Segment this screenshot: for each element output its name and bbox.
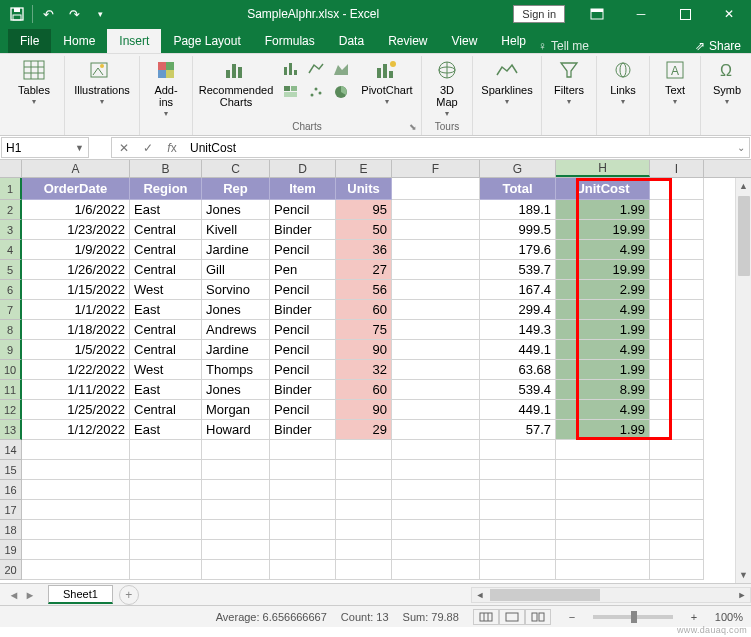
line-chart-icon[interactable] bbox=[304, 58, 328, 80]
maximize-icon[interactable] bbox=[663, 0, 707, 28]
cell[interactable] bbox=[650, 520, 704, 540]
cell[interactable]: West bbox=[130, 280, 202, 300]
cell[interactable]: Sorvino bbox=[202, 280, 270, 300]
cell[interactable]: 4.99 bbox=[556, 400, 650, 420]
rowhead[interactable]: 7 bbox=[0, 300, 22, 320]
name-box[interactable]: H1▼ bbox=[1, 137, 89, 158]
cell[interactable]: Item bbox=[270, 178, 336, 200]
scroll-down-icon[interactable]: ▼ bbox=[736, 567, 751, 583]
cell[interactable] bbox=[480, 540, 556, 560]
cell[interactable] bbox=[650, 560, 704, 580]
rowhead[interactable]: 17 bbox=[0, 500, 22, 520]
rowhead[interactable]: 10 bbox=[0, 360, 22, 380]
cell[interactable]: Pencil bbox=[270, 240, 336, 260]
cell[interactable]: 1.99 bbox=[556, 420, 650, 440]
sheet-tab[interactable]: Sheet1 bbox=[48, 585, 113, 604]
cell[interactable] bbox=[130, 480, 202, 500]
cell[interactable]: 90 bbox=[336, 340, 392, 360]
cell[interactable]: 60 bbox=[336, 380, 392, 400]
rowhead[interactable]: 19 bbox=[0, 540, 22, 560]
cell[interactable]: 1.99 bbox=[556, 320, 650, 340]
cell[interactable]: 2.99 bbox=[556, 280, 650, 300]
pie-chart-icon[interactable] bbox=[329, 81, 353, 103]
save-icon[interactable] bbox=[4, 0, 30, 28]
spreadsheet-grid[interactable]: A B C D E F G H I 1OrderDateRegionRepIte… bbox=[0, 160, 751, 583]
colhead-H[interactable]: H bbox=[556, 160, 650, 177]
cell[interactable] bbox=[22, 520, 130, 540]
cell[interactable] bbox=[270, 440, 336, 460]
colhead-G[interactable]: G bbox=[480, 160, 556, 177]
cell[interactable]: 1/12/2022 bbox=[22, 420, 130, 440]
cell[interactable] bbox=[480, 560, 556, 580]
cell[interactable]: 167.4 bbox=[480, 280, 556, 300]
tab-file[interactable]: File bbox=[8, 29, 51, 53]
rowhead[interactable]: 1 bbox=[0, 178, 22, 200]
cell[interactable]: Pencil bbox=[270, 320, 336, 340]
enter-formula-icon[interactable]: ✓ bbox=[136, 141, 160, 155]
cell[interactable]: Howard bbox=[202, 420, 270, 440]
close-icon[interactable]: ✕ bbox=[707, 0, 751, 28]
cell[interactable]: 999.5 bbox=[480, 220, 556, 240]
cell[interactable] bbox=[392, 400, 480, 420]
cell[interactable]: 36 bbox=[336, 240, 392, 260]
cell[interactable]: 299.4 bbox=[480, 300, 556, 320]
cell[interactable] bbox=[392, 440, 480, 460]
sheet-nav-prev-icon[interactable]: ◄ bbox=[6, 589, 22, 601]
cell[interactable] bbox=[336, 460, 392, 480]
cell[interactable] bbox=[556, 540, 650, 560]
cell[interactable] bbox=[392, 280, 480, 300]
cell[interactable]: Andrews bbox=[202, 320, 270, 340]
cell[interactable] bbox=[650, 200, 704, 220]
cell[interactable] bbox=[202, 500, 270, 520]
charts-launcher-icon[interactable]: ⬊ bbox=[409, 122, 417, 132]
cell[interactable]: Pen bbox=[270, 260, 336, 280]
cell[interactable]: Pencil bbox=[270, 280, 336, 300]
cell[interactable] bbox=[480, 440, 556, 460]
tab-view[interactable]: View bbox=[440, 29, 490, 53]
cell[interactable]: 19.99 bbox=[556, 260, 650, 280]
cell[interactable] bbox=[336, 440, 392, 460]
cell[interactable]: East bbox=[130, 380, 202, 400]
cell[interactable]: 90 bbox=[336, 400, 392, 420]
page-break-view-icon[interactable] bbox=[525, 609, 551, 625]
colhead-B[interactable]: B bbox=[130, 160, 202, 177]
colhead-F[interactable]: F bbox=[392, 160, 480, 177]
zoom-out-button[interactable]: − bbox=[565, 611, 579, 623]
cell[interactable]: 19.99 bbox=[556, 220, 650, 240]
rowhead[interactable]: 9 bbox=[0, 340, 22, 360]
zoom-knob[interactable] bbox=[631, 611, 637, 623]
rowhead[interactable]: 5 bbox=[0, 260, 22, 280]
cell[interactable] bbox=[336, 540, 392, 560]
cell[interactable] bbox=[336, 480, 392, 500]
cell[interactable]: UnitCost bbox=[556, 178, 650, 200]
tab-help[interactable]: Help bbox=[489, 29, 538, 53]
tab-home[interactable]: Home bbox=[51, 29, 107, 53]
tab-insert[interactable]: Insert bbox=[107, 29, 161, 53]
cell[interactable]: Gill bbox=[202, 260, 270, 280]
rowhead[interactable]: 14 bbox=[0, 440, 22, 460]
cell[interactable] bbox=[202, 540, 270, 560]
cell[interactable] bbox=[480, 500, 556, 520]
cell[interactable] bbox=[22, 560, 130, 580]
tell-me[interactable]: ♀Tell me bbox=[538, 39, 589, 53]
cell[interactable] bbox=[336, 560, 392, 580]
cell[interactable]: Region bbox=[130, 178, 202, 200]
cell[interactable] bbox=[392, 260, 480, 280]
cell[interactable]: 149.3 bbox=[480, 320, 556, 340]
cell[interactable] bbox=[556, 560, 650, 580]
scroll-left-icon[interactable]: ◄ bbox=[472, 590, 488, 600]
tables-button[interactable]: Tables▾ bbox=[10, 58, 58, 119]
cell[interactable] bbox=[392, 300, 480, 320]
cell[interactable]: West bbox=[130, 360, 202, 380]
cell[interactable]: 179.6 bbox=[480, 240, 556, 260]
cell[interactable] bbox=[22, 480, 130, 500]
scroll-up-icon[interactable]: ▲ bbox=[736, 178, 751, 194]
cell[interactable]: 1/9/2022 bbox=[22, 240, 130, 260]
chevron-down-icon[interactable]: ▼ bbox=[75, 143, 84, 153]
cell[interactable]: 4.99 bbox=[556, 300, 650, 320]
cell[interactable]: Central bbox=[130, 400, 202, 420]
cell[interactable] bbox=[650, 460, 704, 480]
cell[interactable] bbox=[270, 500, 336, 520]
cell[interactable]: 57.7 bbox=[480, 420, 556, 440]
cell[interactable] bbox=[556, 520, 650, 540]
